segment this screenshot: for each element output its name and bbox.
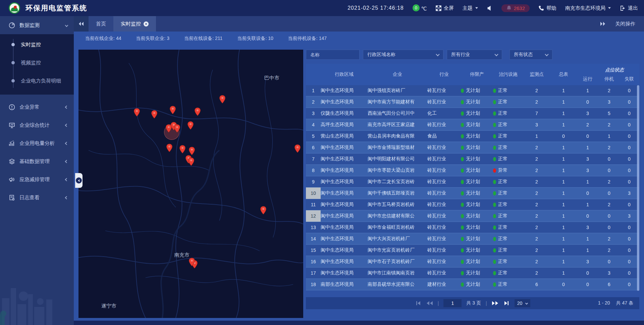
map-pin-icon[interactable]	[169, 106, 176, 114]
fullscreen-button[interactable]: 全屏	[436, 5, 454, 11]
double-chevron-right-icon[interactable]	[600, 21, 606, 26]
cell-meters: 1	[550, 270, 577, 276]
cell-limit-status: 无计划	[461, 213, 493, 219]
map-pin-icon[interactable]	[189, 147, 195, 155]
cell-region: 南部生态环境局	[321, 281, 368, 287]
close-operations-button[interactable]: 关闭操作	[615, 21, 635, 27]
table-row[interactable]: 4 高坪生态环境局 南充市高坪区王家店建 砖瓦行业 无计划 正常 3 1 2 2…	[306, 119, 639, 131]
map-pin-icon[interactable]	[151, 110, 158, 119]
cell-stop: 2	[598, 179, 620, 184]
table-row[interactable]: 8 阆中生态环境局 阆中市枣碧大梁山页岩 砖瓦行业 无计划 异常 2 1 3 0…	[306, 165, 639, 176]
prev-page-button[interactable]	[426, 301, 433, 306]
cell-row-number: 2	[306, 96, 321, 108]
tab-close-icon[interactable]: ×	[144, 21, 149, 26]
map-panel[interactable]: 巴中市南充市遂宁市	[78, 50, 303, 318]
cell-lost: 0	[620, 156, 639, 162]
sidebar-item-realtime-monitor[interactable]: 实时监控	[0, 36, 74, 54]
sidebar-item-emergency-reduction[interactable]: 应急减排管理	[0, 170, 74, 188]
map-pin-icon[interactable]	[219, 95, 226, 104]
map-pin-icon[interactable]	[294, 144, 301, 153]
cell-facility-status: 正常	[493, 145, 523, 151]
status-dot-icon	[493, 168, 496, 173]
cell-run: 1	[577, 179, 598, 184]
mute-button[interactable]	[487, 5, 493, 11]
cell-points: 7	[523, 111, 550, 116]
table-row[interactable]: 18 南部生态环境局 南部县砚华水泥有限公 建材行业 无计划 正常 6 0 0 …	[306, 279, 639, 290]
sidebar-item-power-analysis[interactable]: 企业用电量分析	[0, 134, 74, 152]
table-row[interactable]: 15 阆中生态环境局 阆中市光富页岩机砖厂 砖瓦行业 无计划 正常 2 1 1 …	[306, 245, 639, 256]
map-pin-icon[interactable]	[174, 124, 180, 133]
table-row[interactable]: 11 阆中生态环境局 阆中市五马桥页岩机砖 砖瓦行业 无计划 正常 2 1 1 …	[306, 199, 639, 211]
tab-realtime-monitor[interactable]: 实时监控 ×	[113, 16, 156, 32]
help-button[interactable]: 帮助	[538, 5, 556, 11]
sidebar-item-video-monitor[interactable]: 视频监控	[0, 54, 74, 72]
datetime: 2021-02-25 17:46:18	[347, 5, 404, 11]
table-row[interactable]: 7 阆中生态环境局 阆中明阳建材有限公司 砖瓦行业 无计划 正常 2 1 3 0…	[306, 154, 639, 165]
page-number-input[interactable]: 1	[443, 299, 462, 307]
map-pin-icon[interactable]	[189, 258, 195, 266]
first-page-button[interactable]	[415, 301, 422, 306]
sidebar-item-data-monitoring[interactable]: 数据监测	[0, 16, 74, 34]
table-row[interactable]: 6 阆中生态环境局 阆中市金博瑞新型墙材 砖瓦行业 无计划 正常 2 1 1 2…	[306, 142, 639, 154]
tabs-scroll-left-button[interactable]	[74, 16, 89, 32]
cell-row-number: 17	[306, 267, 321, 279]
region-filter-select[interactable]: 行政区域名称	[363, 50, 443, 60]
map-pin-icon[interactable]	[260, 206, 267, 215]
cell-stop: 1	[598, 133, 620, 139]
name-filter-input[interactable]	[306, 50, 360, 60]
sidebar-item-company-statistics[interactable]: 企业综合统计	[0, 116, 74, 134]
cell-limit-status: 无计划	[461, 202, 493, 208]
table-row[interactable]: 16 阆中生态环境局 阆中市石子页岩机砖厂 砖瓦行业 无计划 正常 2 1 3 …	[306, 256, 639, 268]
table-row[interactable]: 2 阆中生态环境局 阆中市南方节能建材有 砖瓦行业 无计划 正常 2 1 0 3…	[306, 97, 639, 108]
last-page-button[interactable]	[503, 301, 510, 306]
org-dropdown[interactable]: 南充市生态环境局	[565, 5, 611, 11]
cell-run: 1	[577, 236, 598, 241]
cell-lost: 0	[620, 99, 639, 105]
panel-collapse-toggle[interactable]	[75, 173, 83, 188]
cell-lost: 0	[620, 236, 639, 241]
map-pin-icon[interactable]	[166, 144, 173, 152]
cell-points: 2	[523, 259, 550, 264]
map-pin-icon[interactable]	[194, 107, 201, 116]
tab-home[interactable]: 首页	[89, 16, 113, 32]
cell-lost: 3	[620, 213, 639, 219]
table-row[interactable]: 10 阆中生态环境局 阆中千佛镇五郎垭页岩 砖瓦行业 无计划 正常 2 1 0 …	[306, 188, 639, 199]
status-dot-icon	[461, 248, 464, 253]
table-body: 1 阆中生态环境局 阆中强锐页岩砖厂 砖瓦行业 无计划 正常 2 1 1 2 0…	[306, 85, 639, 297]
table-row[interactable]: 14 阆中生态环境局 阆中大兴页岩机砖厂 砖瓦行业 无计划 正常 2 1 1 2…	[306, 233, 639, 245]
table-scrollbar[interactable]	[637, 85, 639, 291]
table-row[interactable]: 12 阆中生态环境局 阆中市忠信建材有限公 砖瓦行业 无计划 正常 2 1 0 …	[306, 211, 639, 222]
cell-company: 阆中市石子页岩机砖厂	[368, 259, 427, 265]
notification-badge[interactable]: 2632	[501, 4, 530, 12]
col-facility: 治污设施	[493, 71, 523, 77]
logout-button[interactable]: 退出	[620, 5, 638, 11]
map-pin-icon[interactable]	[187, 121, 194, 130]
map-pin-icon[interactable]	[133, 108, 140, 117]
table-row[interactable]: 1 阆中生态环境局 阆中强锐页岩砖厂 砖瓦行业 无计划 正常 2 1 1 2 0	[306, 85, 639, 97]
next-page-button[interactable]	[492, 301, 498, 306]
table-row[interactable]: 17 阆中生态环境局 阆中市江南镇阆南页岩 砖瓦行业 无计划 正常 2 1 0 …	[306, 268, 639, 279]
table-row[interactable]: 13 阆中生态环境局 阆中市金福旺页岩机砖 砖瓦行业 无计划 正常 2 1 3 …	[306, 222, 639, 233]
sidebar-item-base-data[interactable]: 基础数据管理	[0, 152, 74, 170]
map-pin-icon[interactable]	[179, 145, 186, 154]
state-filter-select[interactable]: 所有状态	[509, 50, 552, 60]
cell-points: 2	[523, 270, 550, 276]
cell-stop: 3	[598, 99, 620, 105]
sidebar-item-company-abnormal[interactable]: 企业异常	[0, 98, 74, 116]
cell-company: 南充市高坪区王家店建	[368, 122, 427, 128]
page-size-select[interactable]: 20	[515, 299, 531, 307]
cell-region: 阆中生态环境局	[321, 145, 368, 151]
table-row[interactable]: 5 营山生态环境局 营山县润丰肉食品有限 食品 无计划 正常 1 0 0 1 0	[306, 131, 639, 142]
industry-filter-select[interactable]: 所有行业	[447, 50, 502, 60]
table-row[interactable]: 3 仪陇生态环境局 西南油气田分公司川中 化工 无计划 正常 7 1 3 5 0	[306, 108, 639, 119]
cell-facility-status: 正常	[493, 281, 523, 287]
status-online-companies: 当前在线企业:44	[85, 36, 121, 42]
name-input[interactable]	[310, 52, 355, 57]
map-pin-icon[interactable]	[188, 157, 195, 166]
sidebar-item-log-view[interactable]: 日志查看	[0, 188, 74, 207]
sidebar-item-power-load-detail[interactable]: 企业电力负荷明细	[0, 72, 74, 90]
table-row[interactable]: 9 阆中生态环境局 阆中市二龙长宝页岩砖 砖瓦行业 无计划 正常 2 1 1 2…	[306, 176, 639, 188]
cell-facility-status: 异常	[493, 167, 523, 173]
status-dot-icon	[461, 157, 464, 161]
theme-dropdown[interactable]: 主题	[463, 5, 478, 11]
